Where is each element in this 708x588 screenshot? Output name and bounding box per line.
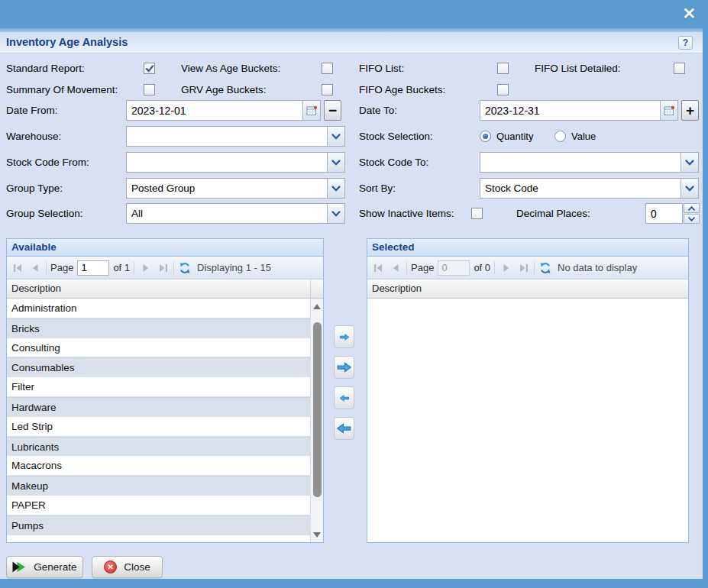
checkbox-row-1: Standard Report: View As Age Buckets: FI… [0,63,703,75]
next-page-button[interactable] [499,261,512,275]
prev-page-icon [390,263,402,273]
fifo-age-buckets-checkbox[interactable] [497,84,509,95]
close-button[interactable]: ✕ Close [92,556,163,578]
scroll-up-button[interactable] [311,300,323,312]
last-page-button[interactable] [516,261,530,275]
generate-button[interactable]: Generate [6,556,83,578]
show-inactive-items-checkbox[interactable] [471,208,483,219]
last-page-button[interactable] [156,261,170,275]
group-selection-value: All [127,204,327,223]
next-page-icon [140,263,151,273]
group-type-combo[interactable]: Posted Group [126,178,345,199]
next-page-button[interactable] [138,261,152,275]
prev-page-button[interactable] [28,261,42,275]
first-page-icon [373,263,384,273]
group-selection-combo[interactable]: All [126,203,345,224]
group-selection-dropdown-trigger[interactable] [327,204,344,223]
first-page-button[interactable] [371,261,385,275]
generate-play-icon [12,561,27,573]
date-to-input[interactable] [480,101,660,120]
list-item[interactable]: Macacrons [7,456,323,476]
close-button-label: Close [124,561,150,573]
first-page-button[interactable] [11,261,24,275]
chevron-down-icon [685,186,694,192]
warehouse-dropdown-trigger[interactable] [327,127,344,146]
list-item[interactable]: Hardware [7,397,323,417]
stock-code-from-dropdown-trigger[interactable] [327,153,344,172]
spinner-up-button[interactable] [684,203,700,213]
remove-all-button[interactable] [334,417,354,440]
refresh-button[interactable] [178,261,192,275]
description-column-header[interactable]: Description [367,279,688,298]
refresh-icon [179,262,191,274]
list-item[interactable]: Administration [7,299,323,318]
add-selected-button[interactable] [334,325,354,348]
dialog-header: Inventory Age Analysis ? [0,32,703,53]
add-all-button[interactable] [334,356,354,379]
stock-code-to-dropdown-trigger[interactable] [681,153,698,172]
date-from-input[interactable] [127,101,302,120]
standard-report-label: Standard Report: [6,63,85,75]
refresh-button[interactable] [538,261,552,275]
decimal-places-field[interactable] [645,203,683,224]
standard-report-checkbox[interactable] [144,63,155,74]
date-from-minus-button[interactable]: − [324,100,341,121]
list-item[interactable]: Bricks [7,318,323,338]
arrow-left-small-icon [339,394,350,402]
available-panel: Available Page of 1 [6,238,324,543]
stock-code-from-value [127,153,327,172]
warehouse-row: Warehouse: Stock Selection: Quantity Val… [0,126,703,147]
prev-page-button[interactable] [389,261,402,275]
date-to-calendar-trigger[interactable] [660,101,677,120]
date-from-label: Date From: [6,100,58,121]
view-as-age-buckets-label: View As Age Buckets: [181,63,280,75]
date-from-field[interactable] [126,100,321,121]
stock-code-from-combo[interactable] [126,152,345,173]
check-icon [145,64,154,73]
list-item[interactable]: Lubricants [7,437,323,457]
group-type-dropdown-trigger[interactable] [327,179,344,198]
sort-by-combo[interactable]: Stock Code [480,178,699,199]
sort-by-label: Sort By: [359,178,396,199]
summary-of-movement-checkbox[interactable] [144,84,155,95]
triangle-down-icon [313,532,321,538]
scroll-down-button[interactable] [311,528,323,541]
date-to-plus-button[interactable]: + [681,100,699,121]
warehouse-value [127,127,327,146]
available-scrollbar[interactable] [310,299,323,542]
warehouse-label: Warehouse: [6,126,61,147]
list-item[interactable]: Makeup [7,476,323,496]
selected-page-input[interactable] [438,260,470,276]
stock-selection-label: Stock Selection: [359,126,433,147]
selected-column-header: Description [367,279,688,299]
description-column-header[interactable]: Description [7,279,310,298]
decimal-places-input[interactable] [646,204,682,223]
help-button[interactable]: ? [678,36,693,50]
fifo-list-detailed-checkbox[interactable] [674,63,685,74]
remove-selected-button[interactable] [334,386,354,409]
last-page-icon [157,263,169,273]
spinner-down-button[interactable] [684,214,700,224]
list-item[interactable]: PAPER [7,496,323,515]
toolbar-separator [406,262,407,274]
date-from-calendar-trigger[interactable] [302,101,320,120]
quantity-radio[interactable] [480,131,491,142]
list-item[interactable]: Consulting [7,338,323,358]
available-page-input[interactable] [77,260,109,276]
chevron-down-icon [685,160,694,166]
date-to-field[interactable] [480,100,678,121]
sort-by-dropdown-trigger[interactable] [681,179,698,198]
list-item[interactable]: Consumables [7,357,323,377]
view-as-age-buckets-checkbox[interactable] [322,63,333,74]
stock-code-to-combo[interactable] [480,152,699,173]
warehouse-combo[interactable] [126,126,345,147]
scrollbar-thumb[interactable] [313,322,322,497]
grv-age-buckets-checkbox[interactable] [322,84,333,95]
window-close-icon[interactable]: ✕ [682,3,696,24]
fifo-list-checkbox[interactable] [497,63,509,74]
value-radio[interactable] [554,131,566,142]
value-radio-label: Value [571,126,596,147]
list-item[interactable]: Pumps [7,515,323,535]
list-item[interactable]: Led Strip [7,417,323,437]
list-item[interactable]: Filter [7,377,323,397]
